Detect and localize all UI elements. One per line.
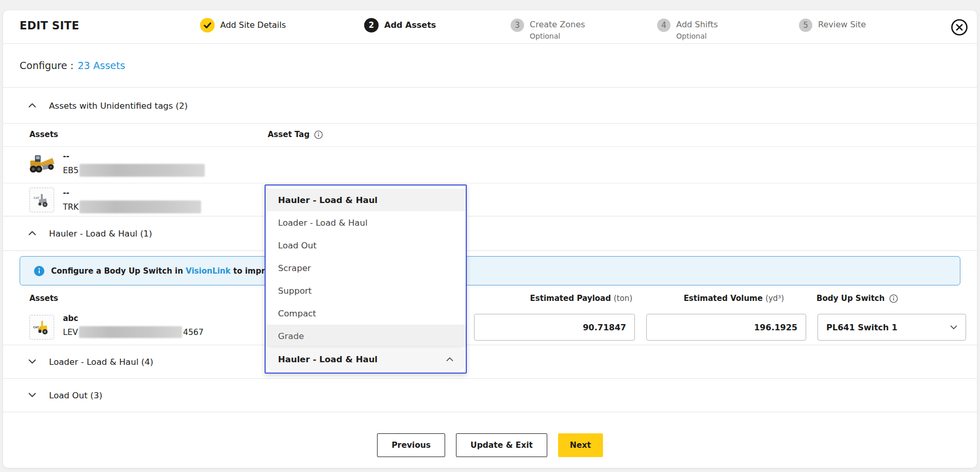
step-label: Add Assets [384, 18, 436, 32]
wizard-footer: Previous Update & Exit Next [3, 423, 977, 468]
estimated-volume-input[interactable] [646, 314, 806, 341]
chevron-up-icon [28, 103, 36, 108]
section-title: Hauler - Load & Haul (1) [49, 229, 152, 239]
table-row: -- EB5 [3, 147, 977, 183]
asset-tag-select-field[interactable]: Hauler - Load & Haul [268, 348, 464, 370]
info-icon[interactable] [314, 130, 323, 139]
step-number-badge: 5 [799, 19, 812, 32]
configure-row: Configure : 23 Assets [3, 44, 977, 88]
section-unidentified-tags[interactable]: Assets with Unidentified tags (2) [3, 88, 977, 124]
section-load-out[interactable]: Load Out (3) [3, 379, 977, 412]
step-label: Create Zones [530, 20, 585, 29]
check-icon [200, 18, 215, 32]
column-volume-unit: (yd³) [765, 294, 784, 303]
chevron-down-icon [28, 393, 36, 397]
column-payload-unit: (ton) [614, 294, 632, 303]
hauler-asset-row: CAT abc LEV 4567 PL641 Switch 1 [3, 309, 977, 345]
chevron-up-icon [446, 357, 453, 362]
body-up-switch-banner: Configure a Body Up Switch in VisionLink… [20, 256, 960, 285]
wizard-content: Configure : 23 Assets Assets with Uniden… [3, 44, 977, 468]
previous-button[interactable]: Previous [377, 433, 445, 457]
close-icon[interactable] [951, 19, 968, 36]
redacted-asset-id [79, 326, 182, 338]
step-add-site-details[interactable]: Add Site Details [200, 18, 286, 32]
configure-label: Configure : [20, 60, 74, 71]
dropdown-option-support[interactable]: Support [266, 279, 466, 302]
wizard-header: EDIT SITE Add Site Details 2 Add Assets … [3, 10, 977, 44]
column-assets: Assets [29, 294, 58, 303]
page-title: EDIT SITE [20, 20, 79, 32]
asset-image-grader [29, 153, 55, 177]
asset-id-suffix: 4567 [183, 328, 203, 337]
visionlink-link[interactable]: VisionLink [186, 266, 231, 276]
step-sublabel: Optional [530, 31, 585, 41]
dropdown-option-hauler[interactable]: Hauler - Load & Haul [266, 189, 466, 211]
chevron-up-icon [28, 231, 36, 235]
column-assets: Assets [29, 130, 58, 139]
section-hauler-load-haul[interactable]: Hauler - Load & Haul (1) [3, 216, 977, 251]
section-title: Assets with Unidentified tags (2) [49, 100, 188, 110]
asset-name: -- [63, 151, 69, 161]
info-icon-filled [34, 266, 44, 276]
estimated-payload-input[interactable] [474, 314, 635, 341]
step-create-zones[interactable]: 3 Create Zones Optional [511, 18, 585, 41]
chevron-down-icon [28, 359, 36, 364]
banner-text-before: Configure a Body Up Switch in [51, 266, 183, 276]
column-estimated-payload: Estimated Payload [530, 294, 611, 303]
dropdown-option-load-out[interactable]: Load Out [266, 234, 466, 257]
step-review-site[interactable]: 5 Review Site [799, 18, 866, 32]
asset-name: abc [63, 314, 78, 323]
asset-name: -- [63, 188, 69, 197]
redacted-asset-id [79, 200, 201, 213]
step-number-badge: 3 [511, 19, 524, 32]
body-up-switch-select[interactable]: PL641 Switch 1 [818, 314, 966, 341]
step-add-assets[interactable]: 2 Add Assets [364, 18, 436, 32]
step-number-badge: 2 [364, 18, 379, 32]
table-row: CAT -- TRK [3, 183, 977, 216]
unidentified-table-header: Assets Asset Tag [3, 124, 977, 147]
chevron-down-icon [950, 325, 957, 330]
step-label: Add Site Details [220, 18, 286, 32]
asset-id-prefix: EB5 [63, 166, 78, 175]
svg-text:CAT: CAT [34, 196, 40, 199]
step-label: Add Shifts [676, 20, 718, 29]
section-title: Load Out (3) [49, 391, 102, 400]
update-exit-button[interactable]: Update & Exit [456, 433, 547, 457]
dropdown-option-loader[interactable]: Loader - Load & Haul [266, 211, 466, 234]
body-up-switch-value: PL641 Switch 1 [826, 323, 897, 332]
configure-assets-link[interactable]: 23 Assets [78, 60, 125, 71]
dropdown-option-compact[interactable]: Compact [266, 302, 466, 325]
info-icon[interactable] [889, 294, 898, 303]
hauler-table-header: Assets Estimated Payload (ton) Estimated… [3, 290, 977, 309]
column-estimated-volume: Estimated Volume [683, 294, 762, 303]
edit-site-modal: EDIT SITE Add Site Details 2 Add Assets … [3, 10, 977, 468]
step-number-badge: 4 [657, 19, 671, 32]
asset-tag-option-list: Hauler - Load & Haul Loader - Load & Hau… [266, 186, 466, 347]
info-banner-wrap: Configure a Body Up Switch in VisionLink… [3, 251, 977, 290]
asset-id-prefix: TRK [63, 203, 78, 212]
column-asset-tag: Asset Tag [268, 130, 309, 139]
column-body-up-switch: Body Up Switch [816, 294, 885, 303]
section-title: Loader - Load & Haul (4) [49, 357, 153, 367]
asset-image-loader-placeholder: CAT [29, 315, 55, 340]
redacted-asset-id [79, 164, 205, 177]
step-add-shifts[interactable]: 4 Add Shifts Optional [657, 18, 718, 41]
asset-id-prefix: LEV [63, 328, 78, 337]
step-label: Review Site [818, 18, 866, 31]
asset-image-truck-placeholder: CAT [29, 188, 55, 212]
dropdown-option-scraper[interactable]: Scraper [266, 257, 466, 279]
dropdown-option-grade[interactable]: Grade [266, 325, 466, 347]
section-loader-load-haul[interactable]: Loader - Load & Haul (4) [3, 345, 977, 379]
svg-text:CAT: CAT [33, 325, 39, 328]
step-sublabel: Optional [676, 31, 718, 41]
asset-tag-dropdown: Hauler - Load & Haul Loader - Load & Hau… [265, 184, 467, 374]
asset-tag-selected-value: Hauler - Load & Haul [278, 355, 378, 364]
next-button[interactable]: Next [558, 433, 603, 457]
